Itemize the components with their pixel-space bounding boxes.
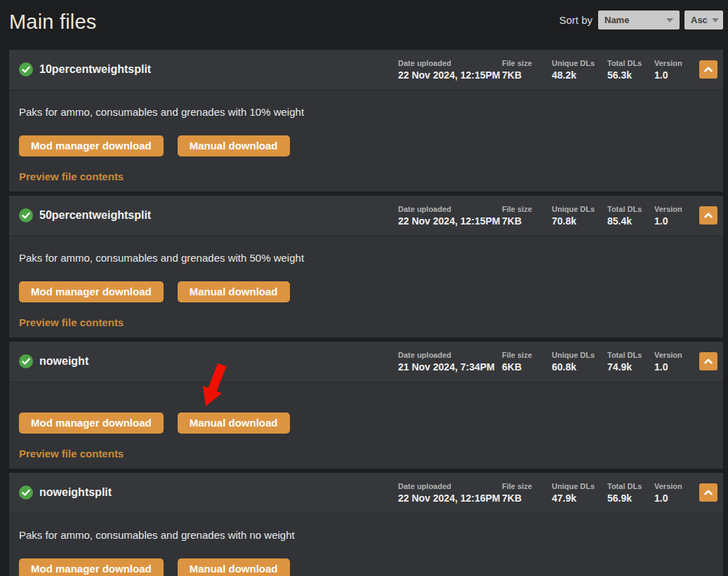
file-body: Paks for ammo, consumables and grenades … bbox=[9, 91, 723, 192]
stat-label: Unique DLs bbox=[552, 59, 607, 67]
stat-value: 21 Nov 2024, 7:34PM bbox=[398, 361, 502, 373]
stat-label: Total DLs bbox=[607, 205, 654, 213]
file-header-row: noweightsplit Date uploaded 22 Nov 2024,… bbox=[9, 473, 723, 514]
stat-file-size: File size 7KB bbox=[502, 482, 552, 504]
file-body: Paks for ammo, consumables and grenades … bbox=[9, 514, 723, 576]
stat-label: Version bbox=[654, 59, 699, 67]
file-description: Paks for ammo, consumables and grenades … bbox=[19, 250, 713, 265]
stat-date-uploaded: Date uploaded 22 Nov 2024, 12:15PM bbox=[398, 59, 502, 81]
stat-total-dls: Total DLs 74.9k bbox=[607, 351, 654, 373]
stat-date-uploaded: Date uploaded 22 Nov 2024, 12:16PM bbox=[398, 482, 502, 504]
stat-value: 74.9k bbox=[607, 361, 654, 373]
sort-by-label: Sort by bbox=[559, 14, 593, 26]
stat-total-dls: Total DLs 85.4k bbox=[607, 205, 654, 227]
check-circle-icon bbox=[19, 62, 33, 76]
stat-unique-dls: Unique DLs 70.8k bbox=[552, 205, 607, 227]
stat-label: Total DLs bbox=[607, 351, 654, 359]
stat-value: 48.2k bbox=[552, 69, 607, 81]
stat-label: Version bbox=[654, 351, 699, 359]
file-header-row: 10percentweightsplit Date uploaded 22 No… bbox=[9, 50, 723, 91]
file-list: 10percentweightsplit Date uploaded 22 No… bbox=[9, 50, 723, 576]
file-name: noweight bbox=[39, 355, 88, 368]
file-entry: noweight Date uploaded 21 Nov 2024, 7:34… bbox=[9, 342, 723, 469]
file-header-row: noweight Date uploaded 21 Nov 2024, 7:34… bbox=[9, 342, 723, 382]
stat-value: 47.9k bbox=[552, 493, 607, 504]
chevron-up-icon bbox=[704, 359, 713, 364]
mod-manager-download-button[interactable]: Mod manager download bbox=[19, 135, 164, 156]
stat-value: 6KB bbox=[502, 361, 552, 373]
stat-label: Unique DLs bbox=[552, 351, 607, 359]
preview-file-contents-link[interactable]: Preview file contents bbox=[19, 169, 124, 184]
file-stats: Date uploaded 22 Nov 2024, 12:15PM File … bbox=[398, 59, 717, 81]
file-entry: noweightsplit Date uploaded 22 Nov 2024,… bbox=[9, 473, 723, 576]
download-buttons-row: Mod manager download Manual download bbox=[19, 413, 713, 434]
download-buttons-row: Mod manager download Manual download bbox=[19, 281, 713, 302]
collapse-entry-button[interactable] bbox=[699, 483, 717, 502]
chevron-up-icon bbox=[704, 213, 713, 218]
stat-label: File size bbox=[502, 351, 552, 359]
stat-value: 60.8k bbox=[552, 361, 607, 373]
collapse-entry-button[interactable] bbox=[699, 60, 717, 79]
stat-file-size: File size 6KB bbox=[502, 351, 552, 373]
main-files-page: Main files Sort by Name Asc 10percentwei… bbox=[0, 0, 728, 576]
stat-value: 85.4k bbox=[607, 215, 654, 227]
stat-version: Version 1.0 bbox=[654, 205, 699, 227]
stat-label: Date uploaded bbox=[398, 482, 502, 490]
file-name: 10percentweightsplit bbox=[39, 63, 151, 76]
topbar: Main files Sort by Name Asc bbox=[9, 10, 723, 34]
chevron-down-icon bbox=[666, 18, 673, 22]
sort-field-select[interactable]: Name bbox=[598, 11, 680, 29]
stat-unique-dls: Unique DLs 47.9k bbox=[552, 482, 607, 504]
file-name: noweightsplit bbox=[39, 486, 112, 499]
sort-field-value: Name bbox=[604, 15, 629, 25]
stat-value: 22 Nov 2024, 12:15PM bbox=[398, 69, 502, 81]
stat-label: Date uploaded bbox=[398, 59, 502, 67]
file-title-group: 10percentweightsplit bbox=[19, 62, 398, 76]
file-entry: 50percentweightsplit Date uploaded 22 No… bbox=[9, 196, 723, 337]
file-stats: Date uploaded 21 Nov 2024, 7:34PM File s… bbox=[398, 351, 717, 373]
stat-file-size: File size 7KB bbox=[502, 205, 552, 227]
collapse-entry-button[interactable] bbox=[699, 352, 717, 370]
file-name: 50percentweightsplit bbox=[39, 209, 151, 222]
stat-value: 22 Nov 2024, 12:15PM bbox=[398, 215, 502, 227]
file-body: Mod manager download Manual download Pre… bbox=[9, 382, 723, 469]
file-stats: Date uploaded 22 Nov 2024, 12:15PM File … bbox=[398, 205, 717, 227]
stat-version: Version 1.0 bbox=[654, 59, 699, 81]
stat-label: Total DLs bbox=[607, 59, 654, 67]
manual-download-button[interactable]: Manual download bbox=[178, 135, 290, 156]
manual-download-button[interactable]: Manual download bbox=[178, 558, 290, 576]
preview-file-contents-link[interactable]: Preview file contents bbox=[19, 315, 124, 330]
stat-value: 56.3k bbox=[607, 69, 654, 81]
stat-value: 1.0 bbox=[654, 493, 699, 504]
stat-label: Date uploaded bbox=[398, 205, 502, 213]
stat-value: 22 Nov 2024, 12:16PM bbox=[398, 493, 502, 504]
stat-label: Version bbox=[654, 482, 699, 490]
stat-label: Total DLs bbox=[607, 482, 654, 490]
page-title: Main files bbox=[9, 10, 97, 34]
stat-date-uploaded: Date uploaded 22 Nov 2024, 12:15PM bbox=[398, 205, 502, 227]
stat-value: 1.0 bbox=[654, 361, 699, 373]
stat-label: Date uploaded bbox=[398, 351, 502, 359]
stat-unique-dls: Unique DLs 60.8k bbox=[552, 351, 607, 373]
check-circle-icon bbox=[19, 208, 33, 222]
file-stats: Date uploaded 22 Nov 2024, 12:16PM File … bbox=[398, 482, 717, 504]
mod-manager-download-button[interactable]: Mod manager download bbox=[19, 558, 164, 576]
check-circle-icon bbox=[19, 354, 33, 368]
stat-value: 7KB bbox=[502, 215, 552, 227]
stat-label: Unique DLs bbox=[552, 205, 607, 213]
check-circle-icon bbox=[19, 485, 33, 500]
stat-unique-dls: Unique DLs 48.2k bbox=[552, 59, 607, 81]
chevron-up-icon bbox=[704, 490, 713, 495]
stat-value: 1.0 bbox=[654, 215, 699, 227]
stat-total-dls: Total DLs 56.3k bbox=[607, 59, 654, 81]
manual-download-button[interactable]: Manual download bbox=[178, 413, 290, 434]
manual-download-button[interactable]: Manual download bbox=[178, 281, 290, 302]
stat-value: 7KB bbox=[502, 493, 552, 504]
file-title-group: noweight bbox=[19, 354, 398, 368]
mod-manager-download-button[interactable]: Mod manager download bbox=[19, 281, 164, 302]
collapse-entry-button[interactable] bbox=[699, 206, 717, 225]
preview-file-contents-link[interactable]: Preview file contents bbox=[19, 446, 124, 461]
stat-file-size: File size 7KB bbox=[502, 59, 552, 81]
mod-manager-download-button[interactable]: Mod manager download bbox=[19, 413, 164, 434]
sort-direction-select[interactable]: Asc bbox=[684, 11, 723, 29]
